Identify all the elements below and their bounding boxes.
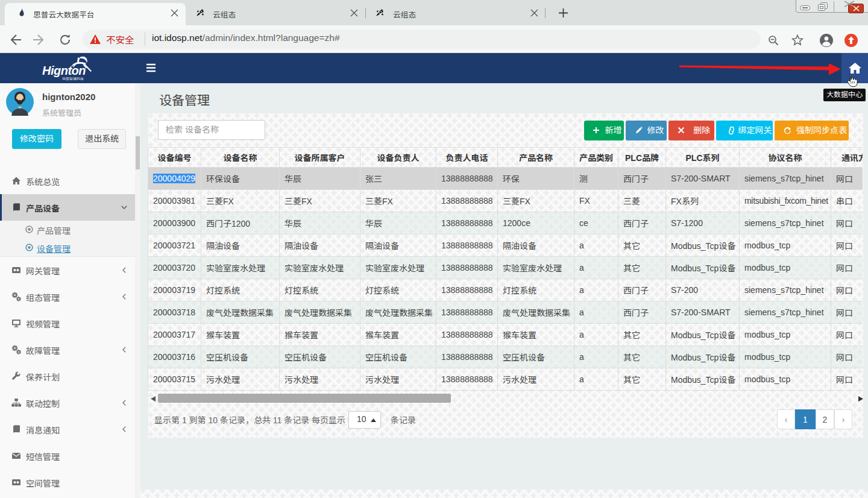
- svg-text:Hignton: Hignton: [42, 64, 86, 77]
- svg-text:华辰智通科技: 华辰智通科技: [62, 76, 84, 81]
